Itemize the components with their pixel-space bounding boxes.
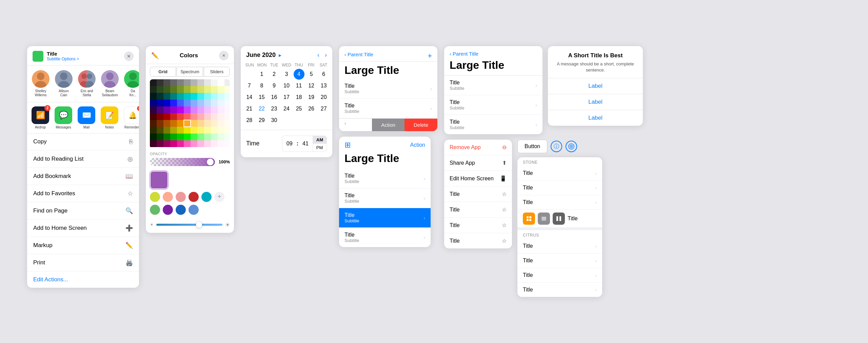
opacity-bar[interactable] bbox=[150, 158, 215, 166]
cal-day-4[interactable]: 4 bbox=[294, 69, 304, 80]
contact-allison[interactable]: AllisonCain bbox=[54, 70, 73, 97]
cal-day-10[interactable]: 10 bbox=[281, 80, 292, 91]
cal-day-23[interactable]: 23 bbox=[269, 103, 279, 114]
action-home-screen[interactable]: Add to Home Screen ➕ bbox=[27, 220, 139, 237]
picker-close-button[interactable]: ✕ bbox=[219, 51, 229, 60]
segment-btn-gray2[interactable] bbox=[553, 213, 565, 225]
cal-day-21[interactable]: 21 bbox=[244, 103, 255, 114]
cal-day-15[interactable]: 15 bbox=[256, 92, 267, 103]
contact-beam[interactable]: BeamSeilaudom bbox=[100, 70, 119, 97]
delete-button[interactable]: Delete bbox=[405, 119, 437, 131]
brightness-slider[interactable] bbox=[156, 224, 222, 226]
cal-day-8[interactable]: 8 bbox=[256, 80, 267, 91]
tab-sliders[interactable]: Sliders bbox=[204, 67, 230, 77]
segment-btn-gray1[interactable] bbox=[538, 213, 550, 225]
month-expand-icon[interactable]: ▸ bbox=[279, 53, 281, 58]
cal-day-11[interactable]: 11 bbox=[294, 80, 304, 91]
add-swatch-button[interactable]: + bbox=[214, 192, 224, 202]
nav2-item-1[interactable]: Title Subtitle › bbox=[444, 76, 542, 95]
ctx-remove-app[interactable]: Remove App ⊖ bbox=[444, 140, 512, 155]
cal-day-30[interactable]: 30 bbox=[269, 115, 279, 126]
app-mail[interactable]: ✉️ Mail bbox=[77, 106, 96, 129]
group-item-citrus-2[interactable]: Title › bbox=[517, 254, 602, 268]
cal-day-2[interactable]: 2 bbox=[269, 69, 279, 80]
cal-day-26[interactable]: 26 bbox=[306, 103, 317, 114]
swatch-cyan[interactable] bbox=[201, 192, 212, 202]
contact-da[interactable]: DaKn... bbox=[123, 70, 139, 97]
tab-spectrum[interactable]: Spectrum bbox=[177, 67, 203, 77]
list-row-4[interactable]: Title Subtitle › bbox=[339, 228, 431, 247]
list-row-1[interactable]: Title Subtitle › bbox=[339, 169, 431, 188]
swatch-peach[interactable] bbox=[163, 192, 173, 202]
cal-day-24[interactable]: 24 bbox=[281, 103, 292, 114]
target-button[interactable] bbox=[566, 141, 577, 152]
next-month-button[interactable]: › bbox=[325, 52, 327, 59]
button-primary[interactable]: Button bbox=[517, 140, 547, 153]
group-item-stone-3[interactable]: Title › bbox=[517, 195, 602, 210]
time-min[interactable]: 41 bbox=[298, 139, 313, 149]
cal-day-5[interactable]: 5 bbox=[306, 69, 317, 80]
time-hour[interactable]: 09 bbox=[282, 139, 297, 149]
ctx-title-3[interactable]: Title ☆ bbox=[444, 218, 512, 233]
swatch-green[interactable] bbox=[150, 205, 160, 215]
alert-button-2[interactable]: Label bbox=[548, 94, 643, 110]
ctx-title-1[interactable]: Title ☆ bbox=[444, 186, 512, 202]
nav-list-item-1[interactable]: Title Subtitle › bbox=[339, 79, 437, 99]
action-favorites[interactable]: Add to Favorites ☆ bbox=[27, 185, 139, 202]
cal-day-19[interactable]: 19 bbox=[306, 92, 317, 103]
group-item-stone-1[interactable]: Title › bbox=[517, 166, 602, 181]
cal-day-28[interactable]: 28 bbox=[244, 115, 255, 126]
contact-shelley[interactable]: ShelleyWillems bbox=[31, 70, 50, 97]
nav-list-item-2[interactable]: Title Subtitle › bbox=[339, 99, 437, 118]
pm-button[interactable]: PM bbox=[313, 144, 327, 152]
action-reading-list[interactable]: Add to Reading List ◎ bbox=[27, 150, 139, 168]
cal-day-7[interactable]: 7 bbox=[244, 80, 255, 91]
group-item-citrus-3[interactable]: Title › bbox=[517, 268, 602, 283]
action-copy[interactable]: Copy ⎘ bbox=[27, 134, 139, 150]
contact-eric-stella[interactable]: Eric andStella bbox=[77, 70, 96, 97]
alert-button-1[interactable]: Label bbox=[548, 78, 643, 94]
alert-button-3[interactable]: Label bbox=[548, 110, 643, 126]
list-row-3-selected[interactable]: Title Subtitle › bbox=[339, 208, 431, 228]
group-item-citrus-4[interactable]: Title › bbox=[517, 283, 602, 297]
close-button[interactable]: ✕ bbox=[124, 52, 134, 61]
cal-day-27[interactable]: 27 bbox=[318, 103, 329, 114]
cal-day-16[interactable]: 16 bbox=[269, 92, 279, 103]
sidebar-icon[interactable]: ⊞ bbox=[344, 141, 351, 149]
info-button[interactable]: ⓘ bbox=[551, 141, 562, 152]
parent-title-link[interactable]: ‹ Parent Title bbox=[344, 52, 432, 57]
am-button[interactable]: AM bbox=[313, 136, 327, 144]
swatch-purple[interactable] bbox=[163, 205, 173, 215]
color-grid[interactable] bbox=[150, 79, 230, 148]
swatch-dark-red[interactable] bbox=[189, 192, 199, 202]
swatch-purple-large[interactable] bbox=[150, 171, 168, 189]
tab-grid[interactable]: Grid bbox=[150, 67, 176, 77]
ctx-title-2[interactable]: Title ☆ bbox=[444, 202, 512, 218]
cal-day-12[interactable]: 12 bbox=[306, 80, 317, 91]
nav2-item-3[interactable]: Title Subtitle › bbox=[444, 115, 542, 134]
cal-day-1[interactable]: 1 bbox=[256, 69, 267, 80]
cal-day-13[interactable]: 13 bbox=[318, 80, 329, 91]
app-notes[interactable]: 📝 Notes bbox=[100, 106, 119, 129]
cal-day-9[interactable]: 9 bbox=[269, 80, 279, 91]
action-button[interactable]: Action bbox=[372, 119, 405, 131]
cal-day-25[interactable]: 25 bbox=[294, 103, 304, 114]
ctx-title-4[interactable]: Title ☆ bbox=[444, 233, 512, 248]
app-reminders[interactable]: 🔔 ● Reminders bbox=[123, 106, 139, 129]
cal-day-6[interactable]: 6 bbox=[318, 69, 329, 80]
list-action-button[interactable]: Action bbox=[410, 142, 425, 148]
cal-day-29[interactable]: 29 bbox=[256, 115, 267, 126]
ampm-selector[interactable]: AM PM bbox=[313, 136, 327, 152]
prev-month-button[interactable]: ‹ bbox=[317, 52, 319, 59]
swatch-blue[interactable] bbox=[176, 205, 186, 215]
pencil-icon[interactable]: ✏️ bbox=[151, 52, 159, 59]
ctx-edit-home[interactable]: Edit Home Screen 📱 bbox=[444, 171, 512, 186]
cal-day-20[interactable]: 20 bbox=[318, 92, 329, 103]
nav2-parent-link[interactable]: ‹ Parent Title bbox=[450, 51, 537, 57]
ctx-share-app[interactable]: Share App ⬆ bbox=[444, 155, 512, 171]
group-item-stone-2[interactable]: Title › bbox=[517, 181, 602, 195]
edit-actions-link[interactable]: Edit Actions... bbox=[27, 271, 139, 288]
cal-day-17[interactable]: 17 bbox=[281, 92, 292, 103]
cal-day-18[interactable]: 18 bbox=[294, 92, 304, 103]
cal-day-22[interactable]: 22 bbox=[256, 103, 267, 114]
